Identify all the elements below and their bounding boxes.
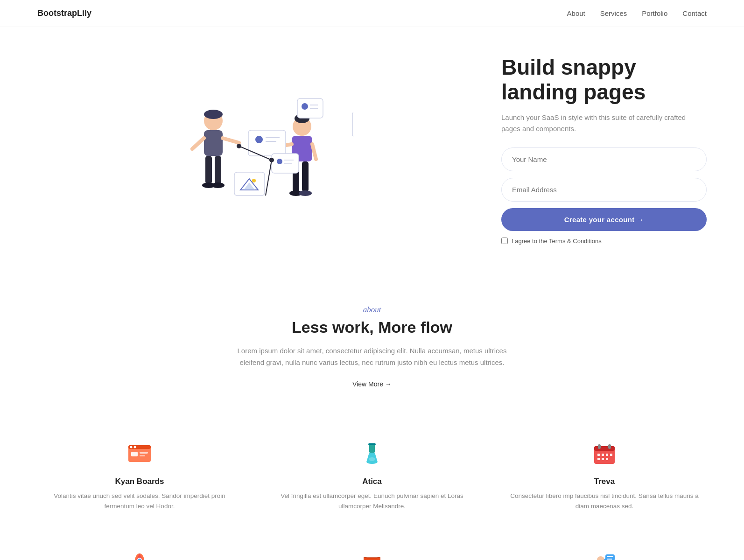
navbar: BootstrapLily About Services Portfolio C… bbox=[0, 0, 744, 27]
hero-subtitle: Launch your SaaS in style with this suit… bbox=[501, 112, 707, 134]
atica-desc: Vel fringilla est ullamcorper eget. Eunu… bbox=[274, 491, 470, 512]
svg-line-42 bbox=[266, 160, 272, 196]
terms-row: I agree to the Terms & Conditions bbox=[501, 238, 707, 245]
svg-rect-58 bbox=[602, 454, 604, 456]
treva-name: Treva bbox=[507, 477, 702, 486]
about-description: Lorem ipsum dolor sit amet, consectetur … bbox=[232, 345, 512, 369]
service-card-acea: Acea bbox=[502, 539, 707, 560]
svg-point-1 bbox=[204, 110, 223, 119]
nav-link-contact[interactable]: Contact bbox=[682, 9, 707, 17]
service-card-kyanboards: Kyan Boards Volantis vitae unuch sed vel… bbox=[37, 430, 242, 521]
svg-point-45 bbox=[130, 446, 133, 448]
atica-name: Atica bbox=[274, 477, 470, 486]
svg-rect-60 bbox=[610, 454, 612, 456]
create-account-button[interactable]: Create your account → bbox=[501, 208, 707, 231]
svg-line-4 bbox=[223, 138, 239, 143]
svg-rect-55 bbox=[598, 444, 601, 449]
svg-rect-6 bbox=[215, 156, 221, 184]
hero-title: Build snappy landing pages bbox=[501, 55, 707, 105]
svg-point-8 bbox=[211, 182, 225, 188]
svg-rect-49 bbox=[140, 455, 145, 456]
kyanboards-icon bbox=[125, 440, 154, 469]
svg-rect-59 bbox=[606, 454, 608, 456]
svg-rect-62 bbox=[602, 458, 604, 460]
kyanboards-name: Kyan Boards bbox=[42, 477, 237, 486]
kyanboards-desc: Volantis vitae unuch sed velit sodales. … bbox=[42, 491, 237, 512]
svg-point-51 bbox=[369, 457, 375, 461]
svg-point-34 bbox=[252, 179, 256, 182]
svg-rect-63 bbox=[606, 458, 608, 460]
service-card-taltfoo: TaltFoo bbox=[270, 539, 474, 560]
svg-line-3 bbox=[192, 138, 204, 149]
hero-form-section: Build snappy landing pages Launch your S… bbox=[501, 55, 707, 245]
svg-rect-5 bbox=[205, 156, 212, 184]
treva-icon bbox=[590, 440, 619, 469]
svg-rect-61 bbox=[597, 458, 600, 460]
hero-illustration bbox=[37, 66, 473, 234]
svg-rect-2 bbox=[204, 130, 223, 156]
email-field-group bbox=[501, 178, 707, 202]
svg-rect-52 bbox=[368, 443, 376, 445]
svg-point-16 bbox=[299, 190, 312, 196]
nav-links: About Services Portfolio Contact bbox=[567, 9, 707, 18]
nav-link-about[interactable]: About bbox=[567, 9, 585, 17]
view-more-link[interactable]: View More → bbox=[352, 380, 392, 389]
svg-point-79 bbox=[597, 556, 604, 560]
svg-rect-77 bbox=[366, 555, 378, 558]
acea-icon bbox=[590, 549, 619, 560]
terms-checkbox[interactable] bbox=[501, 238, 508, 244]
svg-line-18 bbox=[312, 144, 316, 159]
svg-rect-57 bbox=[597, 454, 600, 456]
name-field-group bbox=[501, 147, 707, 171]
svg-rect-48 bbox=[140, 452, 148, 454]
treva-desc: Consectetur libero imp faucibus nisl tin… bbox=[507, 491, 702, 512]
name-input[interactable] bbox=[501, 147, 707, 171]
nav-link-services[interactable]: Services bbox=[600, 9, 627, 17]
svg-point-36 bbox=[277, 159, 282, 164]
hero-section: Build snappy landing pages Launch your S… bbox=[0, 27, 744, 273]
service-card-treva: Treva Consectetur libero imp faucibus ni… bbox=[502, 430, 707, 521]
services-section: Kyan Boards Volantis vitae unuch sed vel… bbox=[0, 407, 744, 560]
about-title: Less work, More flow bbox=[37, 318, 707, 336]
svg-rect-54 bbox=[594, 446, 615, 451]
nav-link-portfolio[interactable]: Portfolio bbox=[642, 9, 667, 17]
about-section-label: about bbox=[37, 305, 707, 315]
taltfoo-icon bbox=[357, 549, 387, 560]
brand-logo[interactable]: BootstrapLily bbox=[37, 8, 91, 18]
terms-label: I agree to the Terms & Conditions bbox=[512, 238, 602, 245]
svg-point-28 bbox=[302, 103, 308, 110]
kyal-icon bbox=[125, 549, 154, 560]
about-section: about Less work, More flow Lorem ipsum d… bbox=[0, 273, 744, 407]
svg-rect-47 bbox=[131, 452, 138, 456]
svg-point-46 bbox=[134, 446, 136, 448]
svg-rect-56 bbox=[608, 444, 611, 449]
service-card-atica: Atica Vel fringilla est ullamcorper eget… bbox=[270, 430, 474, 521]
service-card-kyal: Kyal bbox=[37, 539, 242, 560]
services-grid: Kyan Boards Volantis vitae unuch sed vel… bbox=[37, 430, 707, 560]
svg-rect-50 bbox=[369, 444, 375, 453]
svg-point-24 bbox=[255, 136, 263, 143]
svg-rect-14 bbox=[302, 161, 309, 192]
svg-rect-19 bbox=[352, 112, 353, 137]
email-input[interactable] bbox=[501, 178, 707, 202]
hero-svg bbox=[157, 70, 353, 229]
atica-icon bbox=[357, 440, 387, 469]
